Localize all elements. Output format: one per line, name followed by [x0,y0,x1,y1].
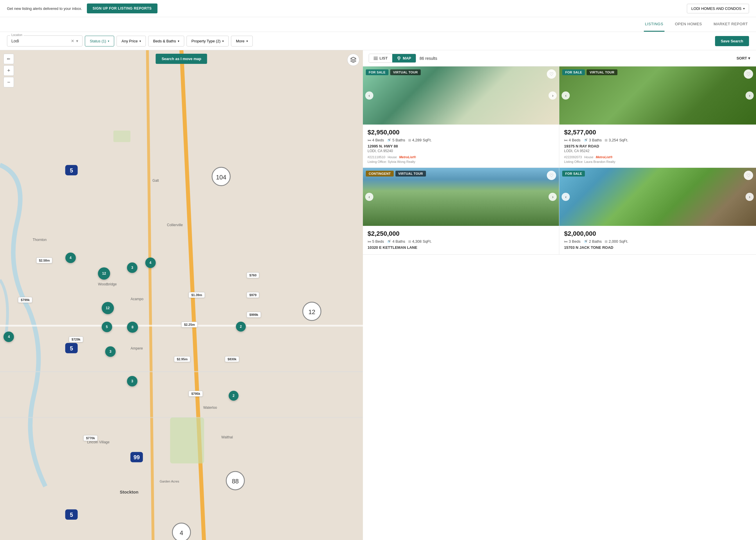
image-prev-button[interactable]: ‹ [365,91,373,99]
favorite-button[interactable]: ♡ [744,69,753,79]
price-bubble-10[interactable]: $760 [247,272,259,278]
map-view-button[interactable]: MAP [392,54,416,63]
city-label-collierville: Collierville [167,223,183,227]
search-move-button[interactable]: Search as I move map [156,54,207,64]
results-count: 86 results [420,56,733,61]
listing-number: #222092073 [564,155,582,159]
sqft-spec: ⊞ 3,254 SqFt. [605,138,628,142]
price-bubble-12[interactable]: $999k [247,312,261,318]
location-input[interactable]: Location Lodi ✕ ▾ [7,36,83,47]
pencil-button[interactable]: ✏ [3,54,14,64]
baths-spec: 🚿 5 Baths [387,138,405,142]
image-next-button[interactable]: › [549,193,557,201]
cluster-4b[interactable]: 4 [65,253,76,263]
image-next-button[interactable]: › [549,91,557,99]
cluster-4a[interactable]: 4 [145,257,156,268]
location-dropdown[interactable]: LODI HOMES AND CONDOS ▾ [687,4,749,13]
zoom-in-button[interactable]: + [3,65,14,76]
svg-text:5: 5 [70,345,73,351]
image-prev-button[interactable]: ‹ [562,91,570,99]
property-card-p4[interactable]: FOR SALE ♡ ‹ › $2,000,000 🛏 3 Beds 🚿 2 B… [559,168,756,255]
beds-baths-filter[interactable]: Beds & Baths ▾ [148,36,184,47]
price-bubble-2[interactable]: $799k [18,297,32,303]
price-bubble-4[interactable]: $1.39m [189,292,205,298]
beds-spec: 🛏 4 Beds [564,138,580,142]
svg-text:88: 88 [232,477,239,485]
listing-number: #221118510 [368,155,385,159]
image-prev-button[interactable]: ‹ [562,193,570,201]
cluster-8[interactable]: 8 [127,322,138,333]
cluster-2a[interactable]: 2 [236,322,246,332]
price-bubble-7[interactable]: $830k [225,356,239,362]
price-bubble-11[interactable]: $979 [247,292,259,298]
price-bubble-8[interactable]: $795k [189,391,203,397]
card-address: 19375 N RAY ROAD [564,144,751,148]
status-filter[interactable]: Status (1) ▾ [85,36,114,47]
sort-button[interactable]: SORT ▾ [736,56,750,61]
badge-virtual: VIRTUAL TOUR [390,69,421,75]
cluster-3b[interactable]: 3 [105,346,116,357]
cluster-12a[interactable]: 12 [98,267,110,280]
card-body: $2,577,000 🛏 4 Beds 🚿 3 Baths ⊞ 3,254 Sq… [559,125,756,168]
card-badges: FOR SALEVIRTUAL TOUR [562,69,617,75]
property-cards-grid: FOR SALEVIRTUAL TOUR ♡ ‹ › $2,950,000 🛏 … [363,67,756,255]
svg-line-1 [147,50,153,540]
price-filter[interactable]: Any Price ▾ [116,36,146,47]
favorite-button[interactable]: ♡ [744,171,753,180]
property-card-p2[interactable]: FOR SALEVIRTUAL TOUR ♡ ‹ › $2,577,000 🛏 … [559,67,756,168]
chevron-down-icon[interactable]: ▾ [76,39,78,43]
bed-icon: 🛏 [564,239,567,244]
tab-open-homes[interactable]: OPEN HOMES [674,17,703,32]
map-background: 104 12 88 4 5 5 5 99 [0,50,363,540]
sqft-icon: ⊞ [605,138,608,142]
chevron-down-icon: ▾ [246,40,248,43]
filter-bar: Location Lodi ✕ ▾ Status (1) ▾ Any Price… [0,32,756,50]
chevron-down-icon: ▾ [743,7,745,10]
main-content: 104 12 88 4 5 5 5 99 [0,50,756,540]
favorite-button[interactable]: ♡ [547,69,556,79]
cluster-3a[interactable]: 3 [127,262,137,273]
price-bubble-5[interactable]: $2.25m [181,322,197,328]
banner-text: Get new listing alerts delivered to your… [7,6,82,11]
city-label-stockton: Stockton [120,489,138,494]
layers-button[interactable] [347,54,359,66]
card-specs: 🛏 4 Beds 🚿 3 Baths ⊞ 3,254 SqFt. [564,138,751,142]
svg-text:99: 99 [133,454,140,461]
property-card-p3[interactable]: CONTINGENTVIRTUAL TOUR ♡ ‹ › $2,250,000 … [363,168,560,255]
card-specs: 🛏 4 Beds 🚿 5 Baths ⊞ 4,289 SqFt. [368,138,555,142]
svg-rect-21 [170,418,204,463]
image-next-button[interactable]: › [746,91,754,99]
price-bubble-3[interactable]: $729k [69,337,83,342]
bath-icon: 🚿 [387,239,391,244]
close-icon[interactable]: ✕ [71,39,75,43]
favorite-button[interactable]: ♡ [547,171,556,180]
cluster-3c[interactable]: 3 [127,376,137,386]
layers-icon [350,57,356,63]
tab-listings[interactable]: LISTINGS [644,17,664,32]
card-address: 15703 N JACK TONE ROAD [564,245,751,250]
image-prev-button[interactable]: ‹ [365,193,373,201]
save-search-button[interactable]: Save Search [715,36,749,46]
cluster-2b[interactable]: 2 [229,391,239,401]
price-bubble-1[interactable]: $2.58m [36,257,52,263]
card-image: CONTINGENTVIRTUAL TOUR ♡ ‹ › [363,168,559,226]
sqft-spec: ⊞ 4,289 SqFt. [408,138,432,142]
bath-icon: 🚿 [583,138,588,142]
price-bubble-6[interactable]: $2.95m [174,356,190,362]
property-card-p1[interactable]: FOR SALEVIRTUAL TOUR ♡ ‹ › $2,950,000 🛏 … [363,67,560,168]
cluster-12b[interactable]: 12 [102,302,114,314]
metrolist-logo: MetroList® [596,155,613,159]
svg-text:4: 4 [180,529,183,537]
image-next-button[interactable]: › [746,193,754,201]
signup-button[interactable]: SIGN UP FOR LISTING REPORTS [87,3,157,13]
tab-market-report[interactable]: MARKET REPORT [712,17,749,32]
zoom-out-button[interactable]: − [3,77,14,87]
property-type-filter[interactable]: Property Type (2) ▾ [187,36,229,47]
price-bubble-9[interactable]: $770k [84,435,97,441]
cluster-5[interactable]: 5 [102,322,112,332]
more-filter[interactable]: More ▾ [231,36,253,47]
sqft-icon: ⊞ [408,138,411,142]
list-view-button[interactable]: LIST [369,54,392,63]
beds-spec: 🛏 3 Beds [564,239,580,244]
sqft-spec: ⊞ 2,000 SqFt. [605,239,628,244]
